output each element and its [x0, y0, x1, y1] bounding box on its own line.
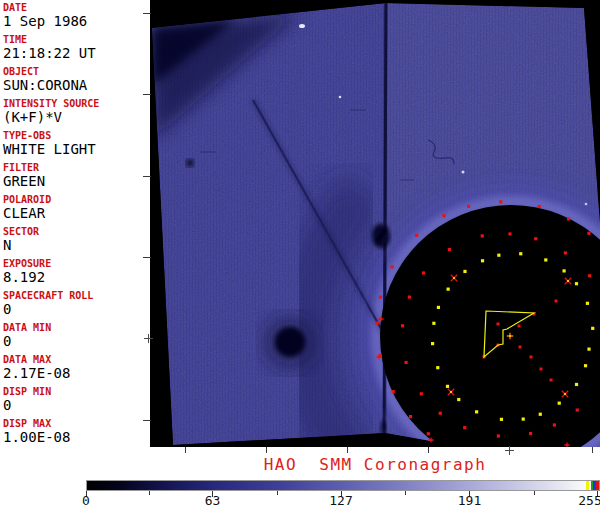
outer-red-dot — [499, 200, 502, 203]
outer-red-dot — [415, 234, 418, 237]
middle-red-dot — [564, 251, 567, 254]
frame-tick — [143, 94, 151, 95]
field-value: 2.17E-08 — [3, 366, 149, 381]
outer-red-dot — [392, 390, 395, 393]
inner-yellow-dot — [558, 402, 561, 405]
colorbar-tick — [534, 491, 535, 495]
metadata-field: DISP MIN0 — [3, 386, 149, 418]
coronagraph-image — [150, 0, 600, 447]
metadata-field: DATA MIN0 — [3, 322, 149, 354]
diagonal-x-marker-center — [453, 277, 455, 279]
colorbar-tick-label: 0 — [82, 494, 90, 507]
metadata-field: DATA MAX2.17E-08 — [3, 354, 149, 386]
inner-yellow-dot — [437, 306, 440, 309]
field-label: EXPOSURE — [3, 258, 149, 269]
outer-red-dot — [376, 321, 379, 324]
metadata-field: TYPE-OBSWHITE LIGHT — [3, 130, 149, 162]
inner-yellow-dot — [539, 413, 542, 416]
middle-red-dot — [439, 412, 442, 415]
metadata-field: DISP MAX1.00E-08 — [3, 418, 149, 450]
metadata-field: POLAROIDCLEAR — [3, 194, 149, 226]
field-label: SPACECRAFT ROLL — [3, 290, 149, 301]
red-dot — [518, 325, 521, 328]
metadata-field: DATE1 Sep 1986 — [3, 2, 149, 34]
frame-tick — [428, 447, 429, 453]
field-label: TIME — [3, 34, 149, 45]
field-value: CLEAR — [3, 206, 149, 221]
frame-tick — [185, 447, 186, 453]
center-cross-dot — [509, 335, 511, 337]
red-dot — [497, 323, 500, 326]
middle-red-dot — [448, 248, 451, 251]
middle-red-dot — [529, 432, 532, 435]
inner-yellow-dot — [584, 364, 587, 367]
field-value: 1 Sep 1986 — [3, 14, 149, 29]
middle-red-dot — [497, 434, 500, 437]
field-value: (K+F)*V — [3, 110, 149, 125]
middle-red-dot — [481, 234, 484, 237]
field-label: DISP MIN — [3, 386, 149, 397]
red-dot — [519, 346, 522, 349]
field-label: DISP MAX — [3, 418, 149, 429]
metadata-field: INTENSITY SOURCE(K+F)*V — [3, 98, 149, 130]
small-dark-spot — [186, 159, 194, 167]
metadata-field: FILTERGREEN — [3, 162, 149, 194]
frame-tick — [143, 257, 151, 258]
inner-yellow-dot — [481, 259, 484, 262]
middle-red-dot — [420, 392, 423, 395]
metadata-field: SPACECRAFT ROLL0 — [3, 290, 149, 322]
diagonal-x-marker-center — [450, 391, 452, 393]
colorbar-tick-label: 255 — [578, 494, 600, 507]
field-label: OBJECT — [3, 66, 149, 77]
middle-red-dot — [422, 271, 425, 274]
diagonal-x-marker-center — [567, 280, 569, 282]
inner-yellow-dot — [562, 269, 565, 272]
field-value: 0 — [3, 302, 149, 317]
metadata-field: SECTORN — [3, 226, 149, 258]
inner-yellow-dot — [475, 410, 478, 413]
plus-fiducial — [144, 334, 153, 343]
field-value: 8.192 — [3, 270, 149, 285]
field-value: N — [3, 238, 149, 253]
inner-yellow-dot — [500, 418, 503, 421]
dust-blob — [275, 327, 305, 357]
frame-tick — [347, 447, 348, 453]
outer-red-dot — [567, 217, 570, 220]
inner-yellow-dot — [432, 322, 435, 325]
colorbar-tick-label: 63 — [205, 494, 221, 507]
red-dot — [540, 368, 543, 371]
colorbar-tick — [149, 491, 150, 495]
field-label: DATA MAX — [3, 354, 149, 365]
inner-yellow-dot — [436, 366, 439, 369]
field-value: WHITE LIGHT — [3, 142, 149, 157]
field-label: DATE — [3, 2, 149, 13]
inner-yellow-dot — [575, 383, 578, 386]
frame-tick — [592, 447, 593, 453]
inner-yellow-dot — [463, 270, 466, 273]
middle-red-dot — [404, 361, 407, 364]
red-dot — [550, 379, 553, 382]
outer-red-dot — [379, 296, 382, 299]
field-label: TYPE-OBS — [3, 130, 149, 141]
middle-red-dot — [588, 274, 591, 277]
inner-yellow-dot — [431, 342, 434, 345]
inner-yellow-dot — [591, 327, 594, 330]
image-canvas — [150, 0, 600, 447]
frame-tick — [143, 420, 151, 421]
field-label: DATA MIN — [3, 322, 149, 333]
middle-red-dot — [576, 408, 579, 411]
field-value: 1.00E-08 — [3, 430, 149, 445]
field-label: POLAROID — [3, 194, 149, 205]
colorbar-gradient — [87, 481, 599, 490]
inner-yellow-dot — [575, 282, 578, 285]
middle-red-dot — [534, 237, 537, 240]
field-value: 0 — [3, 334, 149, 349]
field-value: 21:18:22 UT — [3, 46, 149, 61]
field-value: 0 — [3, 398, 149, 413]
frame-tick — [266, 447, 267, 453]
colorbar-tick — [405, 491, 406, 495]
middle-red-dot — [408, 295, 411, 298]
inner-yellow-dot — [522, 417, 525, 420]
plus-fiducial — [505, 446, 514, 455]
colorbar-tick — [277, 491, 278, 495]
